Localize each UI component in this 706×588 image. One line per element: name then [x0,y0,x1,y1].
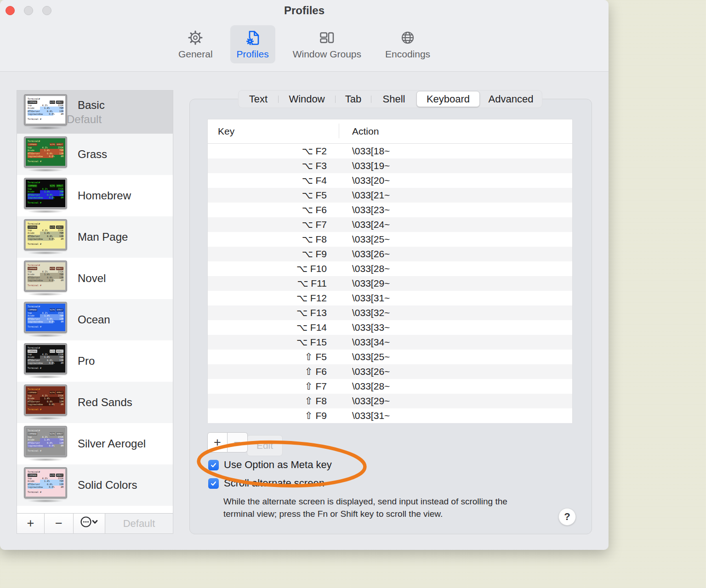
table-row[interactable]: ⇧ F7\033[28~ [208,379,572,394]
profile-thumbnail: Terminal#COMMAND%CPURPRVTtop4.1%231KXcod… [24,261,67,296]
table-row[interactable]: ⌥ F2\033[18~ [208,144,572,158]
toolbar-item-window-groups[interactable]: Window Groups [286,25,368,63]
key-cell: ⇧ F8 [208,396,339,407]
profile-thumbnail: Terminal#COMMAND%CPURPRVTtop4.1%231KXcod… [24,426,67,461]
profile-thumbnail: Terminal#COMMAND%CPURPRVTtop4.1%231KXcod… [24,95,67,130]
profile-name: Grass [78,148,107,161]
table-row[interactable]: ⌥ F11\033[29~ [208,276,572,291]
table-row[interactable]: ⌥ F6\033[23~ [208,203,572,217]
tab-tab[interactable]: Tab [336,90,371,107]
column-header-key[interactable]: Key [208,126,234,137]
table-row[interactable]: ⌥ F4\033[20~ [208,173,572,188]
profile-row-silver-aerogel[interactable]: Terminal#COMMAND%CPURPRVTtop4.1%231KXcod… [17,423,173,464]
profile-row-red-sands[interactable]: Terminal#COMMAND%CPURPRVTtop4.1%231KXcod… [17,382,173,423]
table-row[interactable]: ⌥ F15\033[34~ [208,335,572,350]
profile-actions-menu-button[interactable] [74,514,105,533]
tab-keyboard[interactable]: Keyboard [416,91,480,107]
profile-row-pro[interactable]: Terminal#COMMAND%CPURPRVTtop4.1%231KXcod… [17,340,173,382]
table-row[interactable]: ⌥ F5\033[21~ [208,188,572,203]
action-cell: \033[26~ [339,249,390,260]
profile-tabbar: Text Window Tab Shell Keyboard Advanced [238,90,542,108]
table-row[interactable]: ⌥ F14\033[33~ [208,320,572,335]
action-cell: \033[31~ [339,293,390,304]
remove-row-button[interactable]: − [228,432,248,452]
key-cell: ⌥ F7 [208,219,339,230]
use-option-as-meta-checkbox[interactable] [208,460,219,470]
profile-thumbnail: Terminal#COMMAND%CPURPRVTtop4.1%231KXcod… [24,220,67,254]
scroll-alternate-screen-label: Scroll alternate screen [224,477,325,489]
gear-icon [188,28,203,47]
action-cell: \033[20~ [339,175,390,186]
profile-thumbnail: Terminal#COMMAND%CPURPRVTtop4.1%231KXcod… [24,137,67,172]
toolbar-item-label: Window Groups [293,49,361,60]
profile-row-basic[interactable]: Terminal#COMMAND%CPURPRVTtop4.1%231KXcod… [17,90,173,134]
default-button[interactable]: Default [105,514,173,533]
action-cell: \033[18~ [339,146,390,157]
scroll-alternate-screen-row: Scroll alternate screen [208,477,325,489]
key-cell: ⌥ F14 [208,322,339,333]
toolbar-item-profiles[interactable]: Profiles [230,25,275,63]
profile-thumbnail: Terminal#COMMAND%CPURPRVTtop4.1%231KXcod… [24,178,67,213]
profile-name: Silver Aerogel [78,437,146,450]
profile-row-man-page[interactable]: Terminal#COMMAND%CPURPRVTtop4.1%231KXcod… [17,216,173,258]
profile-name: Pro [78,355,95,368]
profile-subtitle: Default [67,113,105,126]
action-cell: \033[26~ [339,366,390,377]
key-cell: ⌥ F2 [208,146,339,157]
action-cell: \033[25~ [339,234,390,245]
sidebar-footer: + − Default [17,513,173,533]
key-cell: ⌥ F6 [208,204,339,215]
table-row[interactable]: ⇧ F6\033[26~ [208,364,572,379]
key-cell: ⌥ F12 [208,293,339,304]
table-row[interactable]: ⌥ F9\033[26~ [208,247,572,261]
action-cell: \033[23~ [339,204,390,215]
profile-row-ocean[interactable]: Terminal#COMMAND%CPURPRVTtop4.1%231KXcod… [17,299,173,340]
action-cell: \033[24~ [339,219,390,230]
edit-row-button[interactable]: Edit [247,435,283,456]
key-cell: ⌥ F8 [208,234,339,245]
add-profile-button[interactable]: + [17,514,45,533]
table-header[interactable]: Key Action [208,119,572,144]
profile-row-solid-colors[interactable]: Terminal#COMMAND%CPURPRVTtop4.1%231KXcod… [17,464,173,506]
window-groups-icon [319,28,335,47]
profile-name: Man Page [78,231,128,243]
column-header-action[interactable]: Action [352,126,379,137]
toolbar-item-encodings[interactable]: Encodings [379,25,437,63]
profile-row-homebrew[interactable]: Terminal#COMMAND%CPURPRVTtop4.1%231KXcod… [17,175,173,216]
table-row[interactable]: ⇧ F5\033[25~ [208,350,572,364]
profile-document-icon [245,28,261,47]
titlebar: Profiles Gen [0,0,609,72]
profile-name: Ocean [78,313,110,326]
tab-window[interactable]: Window [279,90,335,107]
key-cell: ⇧ F7 [208,381,339,392]
action-cell: \033[32~ [339,307,390,318]
profile-row-novel[interactable]: Terminal#COMMAND%CPURPRVTtop4.1%231KXcod… [17,258,173,299]
table-row[interactable]: ⌥ F10\033[28~ [208,261,572,276]
help-button[interactable]: ? [558,508,576,526]
table-row[interactable]: ⌥ F7\033[24~ [208,217,572,232]
action-cell: \033[34~ [339,337,390,348]
table-row[interactable]: ⇧ F8\033[29~ [208,394,572,408]
preferences-window: Profiles Gen [0,0,609,550]
key-cell: ⌥ F4 [208,175,339,186]
table-row[interactable]: ⌥ F3\033[19~ [208,158,572,173]
key-cell: ⌥ F13 [208,307,339,318]
table-row[interactable]: ⌥ F12\033[31~ [208,291,572,305]
tab-text[interactable]: Text [239,90,278,107]
remove-profile-button[interactable]: − [45,514,74,533]
tab-advanced[interactable]: Advanced [480,90,542,107]
scroll-alternate-screen-checkbox[interactable] [208,478,219,489]
profile-row-grass[interactable]: Terminal#COMMAND%CPURPRVTtop4.1%231KXcod… [17,134,173,175]
tab-shell[interactable]: Shell [371,90,416,107]
column-divider[interactable] [339,124,339,138]
table-row[interactable]: ⌥ F8\033[25~ [208,232,572,247]
add-row-button[interactable]: + [207,432,228,452]
profile-thumbnail: Terminal#COMMAND%CPURPRVTtop4.1%231KXcod… [24,468,67,503]
toolbar-item-general[interactable]: General [172,25,219,63]
key-cell: ⌥ F15 [208,337,339,348]
table-row[interactable]: ⌥ F13\033[32~ [208,305,572,320]
profile-name: Solid Colors [78,479,137,492]
table-row[interactable]: ⇧ F9\033[31~ [208,408,572,423]
profile-name: Novel [78,272,106,285]
action-cell: \033[21~ [339,190,390,201]
